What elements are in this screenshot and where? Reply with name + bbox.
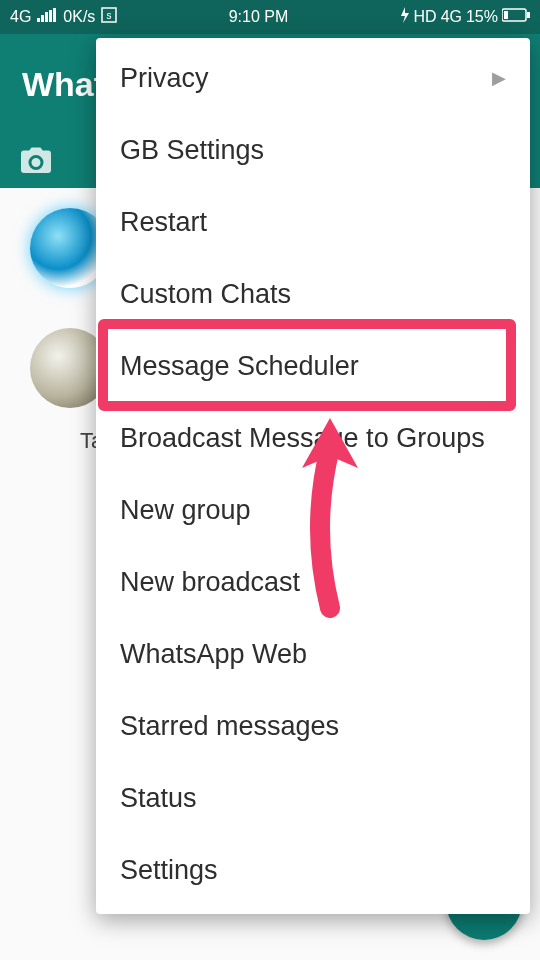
chevron-right-icon: ▶ xyxy=(492,67,506,89)
menu-item-gb-settings[interactable]: GB Settings xyxy=(96,114,530,186)
svg-marker-7 xyxy=(401,7,409,23)
hd-label: HD xyxy=(414,8,437,26)
status-bar-left: 4G 0K/s s xyxy=(10,7,117,27)
menu-item-message-scheduler[interactable]: Message Scheduler xyxy=(96,330,530,402)
svg-rect-10 xyxy=(504,11,508,19)
menu-item-broadcast-to-groups[interactable]: Broadcast Message to Groups xyxy=(96,402,530,474)
overflow-menu: Privacy ▶ GB Settings Restart Custom Cha… xyxy=(96,38,530,914)
status-bar-right: HD 4G 15% xyxy=(400,7,530,27)
svg-rect-0 xyxy=(37,18,40,22)
net-right-label: 4G xyxy=(441,8,462,26)
camera-icon[interactable] xyxy=(18,143,54,179)
menu-item-label: Status xyxy=(120,783,197,814)
svg-rect-9 xyxy=(527,12,530,18)
menu-item-settings[interactable]: Settings xyxy=(96,834,530,906)
svg-rect-3 xyxy=(49,10,52,22)
menu-item-custom-chats[interactable]: Custom Chats xyxy=(96,258,530,330)
menu-item-starred-messages[interactable]: Starred messages xyxy=(96,690,530,762)
battery-icon xyxy=(502,8,530,26)
menu-item-label: Restart xyxy=(120,207,207,238)
menu-item-label: New group xyxy=(120,495,251,526)
menu-item-label: WhatsApp Web xyxy=(120,639,307,670)
signal-icon xyxy=(37,8,57,26)
menu-item-label: Settings xyxy=(120,855,218,886)
menu-item-new-group[interactable]: New group xyxy=(96,474,530,546)
clock: 9:10 PM xyxy=(229,8,289,26)
menu-item-label: New broadcast xyxy=(120,567,300,598)
svg-rect-4 xyxy=(53,8,56,22)
sim-icon: s xyxy=(101,7,117,27)
menu-item-status[interactable]: Status xyxy=(96,762,530,834)
menu-item-label: Starred messages xyxy=(120,711,339,742)
charging-icon xyxy=(400,7,410,27)
status-bar: 4G 0K/s s 9:10 PM HD 4G 15% xyxy=(0,0,540,34)
menu-item-whatsapp-web[interactable]: WhatsApp Web xyxy=(96,618,530,690)
menu-item-label: GB Settings xyxy=(120,135,264,166)
menu-item-label: Broadcast Message to Groups xyxy=(120,423,485,454)
menu-item-label: Privacy xyxy=(120,63,209,94)
menu-item-privacy[interactable]: Privacy ▶ xyxy=(96,42,530,114)
menu-item-new-broadcast[interactable]: New broadcast xyxy=(96,546,530,618)
svg-rect-2 xyxy=(45,12,48,22)
svg-text:s: s xyxy=(107,10,112,21)
net-speed-label: 0K/s xyxy=(63,8,95,26)
network-type-label: 4G xyxy=(10,8,31,26)
battery-label: 15% xyxy=(466,8,498,26)
menu-item-restart[interactable]: Restart xyxy=(96,186,530,258)
svg-rect-1 xyxy=(41,15,44,22)
menu-item-label: Message Scheduler xyxy=(120,351,359,382)
menu-item-label: Custom Chats xyxy=(120,279,291,310)
